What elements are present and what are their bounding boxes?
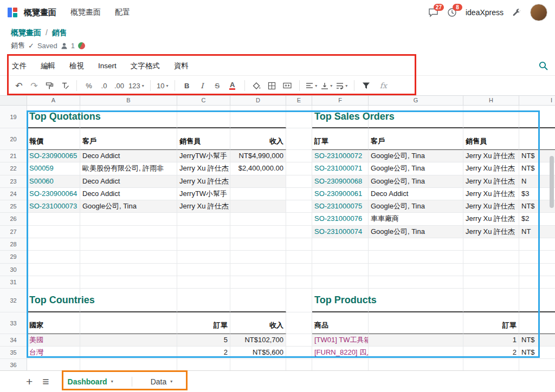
cell-C34[interactable]: 5 <box>177 334 230 347</box>
cell-F33[interactable]: 商品 <box>312 312 369 334</box>
paint-format-button[interactable] <box>43 79 55 92</box>
cell-F26[interactable]: SO-231000076 <box>312 213 369 225</box>
row-header-31[interactable]: 31 <box>0 276 27 289</box>
bold-button[interactable]: B <box>181 79 193 92</box>
cell-H22[interactable]: Jerry Xu 許仕杰 <box>463 162 519 175</box>
cell-F23[interactable]: SO-230900068 <box>312 175 369 188</box>
cell-D31[interactable] <box>230 276 286 289</box>
cell-I29[interactable] <box>519 251 555 263</box>
cell-D19[interactable] <box>230 106 286 128</box>
cell-E31[interactable] <box>286 276 312 289</box>
cell-A21[interactable]: SO-230900065 <box>27 150 80 162</box>
cell-E22[interactable] <box>286 162 312 175</box>
row-header-34[interactable]: 34 <box>0 334 27 347</box>
increase-decimal-button[interactable]: .00 <box>113 79 125 92</box>
cell-G24[interactable]: Deco Addict <box>369 188 463 200</box>
cell-I35[interactable]: NT$ <box>519 347 555 359</box>
cell-C21[interactable]: JerryTW小幫手 <box>177 150 230 162</box>
row-header-21[interactable]: 21 <box>0 150 27 162</box>
search-button[interactable] <box>538 61 548 73</box>
cell-B32[interactable] <box>80 289 177 312</box>
cell-C20[interactable]: 銷售員 <box>177 128 230 150</box>
cell-D33[interactable]: 收入 <box>230 312 286 334</box>
column-header-C[interactable]: C <box>177 96 230 105</box>
decrease-decimal-button[interactable]: .0 <box>98 79 110 92</box>
cell-H31[interactable] <box>463 276 519 289</box>
cell-D24[interactable] <box>230 188 286 200</box>
cell-D28[interactable] <box>230 238 286 251</box>
cell-H25[interactable]: Jerry Xu 許仕杰 <box>463 200 519 213</box>
cell-H34[interactable]: 1 <box>463 334 519 347</box>
cell-G27[interactable]: Google公司, Tina <box>369 226 463 238</box>
cell-H21[interactable]: Jerry Xu 許仕杰 <box>463 150 519 162</box>
cell-C25[interactable]: Jerry Xu 許仕杰 <box>177 200 230 213</box>
cell-H26[interactable]: Jerry Xu 許仕杰 <box>463 213 519 225</box>
cell-F29[interactable] <box>312 251 369 263</box>
cell-G31[interactable] <box>369 276 463 289</box>
cell-H27[interactable]: Jerry Xu 許仕杰 <box>463 226 519 238</box>
cell-A36[interactable] <box>27 359 80 370</box>
column-header-I[interactable]: I <box>519 96 555 105</box>
cell-G28[interactable] <box>369 238 463 251</box>
row-header-26[interactable]: 26 <box>0 213 27 225</box>
top-menu-config[interactable]: 配置 <box>115 8 130 17</box>
cell-I31[interactable] <box>519 276 555 289</box>
cell-G36[interactable] <box>369 359 463 370</box>
user-avatar[interactable] <box>530 4 547 21</box>
cell-D21[interactable]: NT$4,990,000 <box>230 150 286 162</box>
cell-E29[interactable] <box>286 251 312 263</box>
column-header-A[interactable]: A <box>27 96 80 105</box>
cell-H19[interactable] <box>463 106 519 128</box>
cell-A22[interactable]: S00059 <box>27 162 80 175</box>
cell-E23[interactable] <box>286 175 312 188</box>
cell-E35[interactable] <box>286 347 312 359</box>
percent-format-button[interactable]: % <box>83 79 95 92</box>
horizontal-align-button[interactable]: ▾ <box>306 79 318 92</box>
cell-E20[interactable] <box>286 128 312 150</box>
cell-D25[interactable] <box>230 200 286 213</box>
cell-H30[interactable] <box>463 264 519 276</box>
cell-B33[interactable] <box>80 312 177 334</box>
cell-C23[interactable]: Jerry Xu 許仕杰 <box>177 175 230 188</box>
cell-D20[interactable]: 收入 <box>230 128 286 150</box>
apps-grid-icon[interactable] <box>8 8 17 17</box>
sheet-tab-dashboard[interactable]: Dashboard ▾ <box>59 373 122 391</box>
sheet-list-button[interactable]: ≡ <box>42 376 49 387</box>
cell-E25[interactable] <box>286 200 312 213</box>
cell-C30[interactable] <box>177 264 230 276</box>
text-color-button[interactable]: A <box>227 79 238 92</box>
cell-F34[interactable]: [TW01] TW工具箱 <box>312 334 369 347</box>
cell-G35[interactable] <box>369 347 463 359</box>
menu-data[interactable]: 資料 <box>174 61 189 71</box>
cell-C29[interactable] <box>177 251 230 263</box>
cell-B24[interactable]: Deco Addict <box>80 188 177 200</box>
cell-C19[interactable] <box>177 106 230 128</box>
cell-H24[interactable]: Jerry Xu 許仕杰 <box>463 188 519 200</box>
cell-C22[interactable]: Jerry Xu 許仕杰 <box>177 162 230 175</box>
cell-A20[interactable]: 報價 <box>27 128 80 150</box>
cell-I33[interactable] <box>519 312 555 334</box>
row-header-23[interactable]: 23 <box>0 175 27 188</box>
cell-G34[interactable] <box>369 334 463 347</box>
cell-F35[interactable]: [FURN_8220] 四人辦公桌 <box>312 347 369 359</box>
cell-B28[interactable] <box>80 238 177 251</box>
debug-tools-button[interactable] <box>512 8 521 17</box>
column-header-B[interactable]: B <box>80 96 177 105</box>
cell-E21[interactable] <box>286 150 312 162</box>
cell-I28[interactable] <box>519 238 555 251</box>
cell-F19[interactable]: Top Sales Orders <box>312 106 369 128</box>
filter-button[interactable] <box>360 79 372 92</box>
cell-I30[interactable] <box>519 264 555 276</box>
cell-E32[interactable] <box>286 289 312 312</box>
cell-D27[interactable] <box>230 226 286 238</box>
cell-E36[interactable] <box>286 359 312 370</box>
cell-G22[interactable]: Google公司, Tina <box>369 162 463 175</box>
cell-B20[interactable]: 客戶 <box>80 128 177 150</box>
cell-H36[interactable] <box>463 359 519 370</box>
cell-D34[interactable]: NT$102,700 <box>230 334 286 347</box>
row-header-19[interactable]: 19 <box>0 106 27 128</box>
borders-button[interactable] <box>266 79 278 92</box>
cell-H28[interactable] <box>463 238 519 251</box>
add-sheet-button[interactable]: + <box>26 376 33 387</box>
cell-G21[interactable]: Google公司, Tina <box>369 150 463 162</box>
